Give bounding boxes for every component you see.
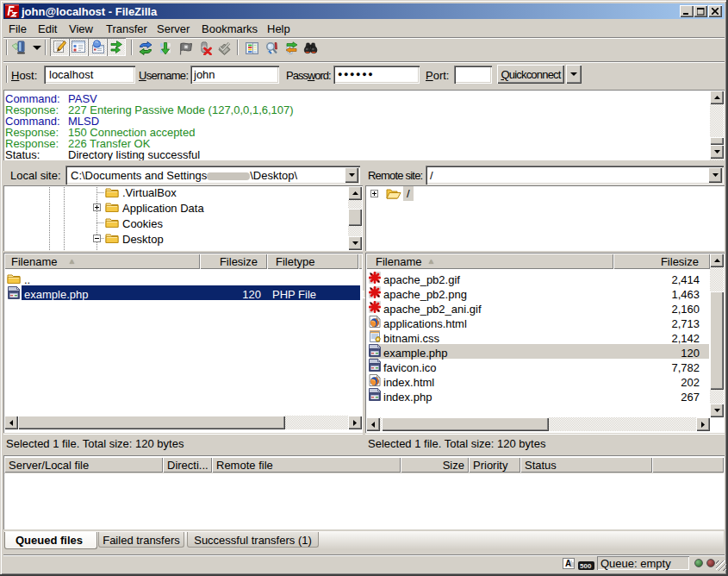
svg-text:500: 500 [580,562,592,570]
svg-text:A: A [565,559,571,568]
